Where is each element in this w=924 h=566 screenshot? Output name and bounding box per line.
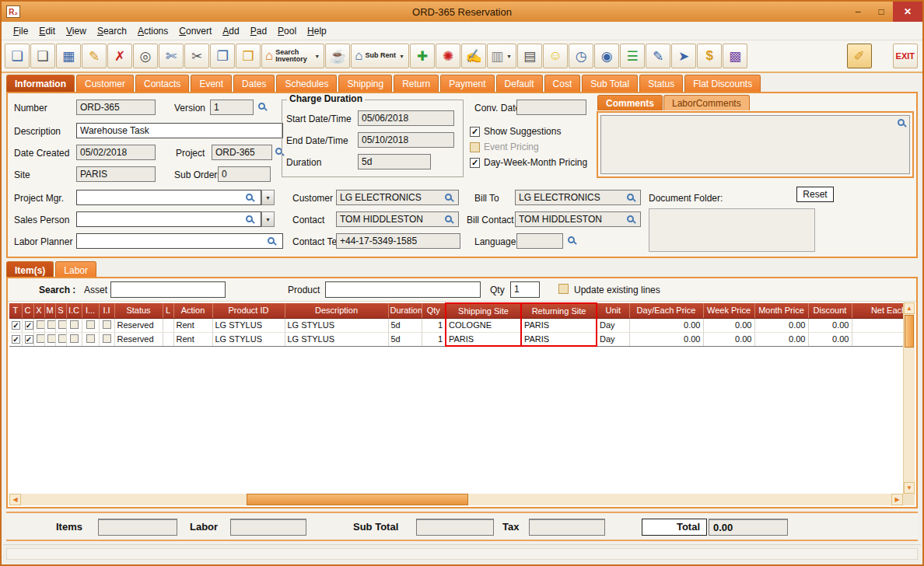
col-status[interactable]: Status xyxy=(114,303,163,318)
customer-field[interactable]: LG ELECTRONICS xyxy=(336,190,459,205)
row-checkbox[interactable] xyxy=(70,320,79,329)
edit-button[interactable]: ✎ xyxy=(82,44,107,68)
col-week-price[interactable]: Week Price xyxy=(703,303,754,318)
comments-search-icon[interactable] xyxy=(898,119,905,126)
col-i-dots[interactable]: I... xyxy=(82,303,99,318)
cell-week-price[interactable]: 0.00 xyxy=(703,332,754,346)
scroll-left-icon[interactable]: ◀ xyxy=(9,494,21,505)
labor-planner-search-icon[interactable] xyxy=(268,237,275,244)
horizontal-scroll-thumb[interactable] xyxy=(247,494,468,505)
add-item-button[interactable]: ✚ xyxy=(410,44,435,68)
notes-button[interactable]: ✎ xyxy=(646,44,670,68)
col-qty[interactable]: Qty xyxy=(422,303,446,318)
language-search-icon[interactable] xyxy=(568,236,575,243)
save-button[interactable]: ▦ xyxy=(56,44,81,68)
cell-product-id[interactable]: LG STYLUS xyxy=(212,332,285,346)
tab-information[interactable]: Information xyxy=(6,75,75,92)
menu-edit[interactable]: Edit xyxy=(33,23,61,39)
beer-button[interactable]: ☕ xyxy=(325,44,350,68)
document-folder-box[interactable] xyxy=(649,208,815,252)
cell-shipping-site[interactable]: PARIS xyxy=(446,332,521,346)
horizontal-scrollbar[interactable]: ◀ ▶ xyxy=(9,494,903,505)
menu-search[interactable]: Search xyxy=(92,23,132,39)
col-description[interactable]: Description xyxy=(285,303,388,318)
sub-rent-dropdown-icon[interactable]: ▾ xyxy=(398,53,405,60)
table-row[interactable]: ✓ ✓ Reserved Rent LG STYLUS LG STYLUS xyxy=(9,318,903,332)
tab-flat-discounts[interactable]: Flat Discounts xyxy=(684,75,761,92)
scroll-up-icon[interactable]: ▲ xyxy=(904,302,915,314)
col-ii[interactable]: I.I xyxy=(99,303,114,318)
cell-qty[interactable]: 1 xyxy=(422,332,446,346)
search-inventory-dropdown-icon[interactable]: ▾ xyxy=(313,53,320,60)
tab-contacts[interactable]: Contacts xyxy=(135,75,189,92)
project-mgr-field[interactable] xyxy=(76,190,261,205)
row-checkbox[interactable] xyxy=(103,334,111,343)
dwm-pricing-box[interactable]: ✓ xyxy=(470,158,480,168)
version-field[interactable]: 1 xyxy=(210,100,254,115)
bill-to-field[interactable]: LG ELECTRONICS xyxy=(515,190,641,205)
cell-description[interactable]: LG STYLUS xyxy=(285,318,388,332)
event-pricing-box[interactable] xyxy=(470,142,480,152)
col-day-each-price[interactable]: Day/Each Price xyxy=(629,303,703,318)
tab-shipping[interactable]: Shipping xyxy=(338,75,392,92)
menu-view[interactable]: View xyxy=(61,23,92,39)
catalog-button[interactable]: ☰ xyxy=(620,44,645,68)
col-duration[interactable]: Duration xyxy=(388,303,422,318)
dwm-pricing-checkbox[interactable]: ✓ Day-Week-Month Pricing xyxy=(470,157,587,168)
col-m[interactable]: M xyxy=(44,303,55,318)
vertical-scroll-thumb[interactable] xyxy=(905,315,914,348)
paste-button[interactable]: ❒ xyxy=(236,44,261,68)
row-checkbox[interactable] xyxy=(37,320,45,329)
duration-field[interactable]: 5d xyxy=(358,154,431,169)
col-x[interactable]: X xyxy=(33,303,44,318)
row-checkbox[interactable] xyxy=(58,320,67,329)
crew-button[interactable]: ☺ xyxy=(543,44,568,68)
new-document-button[interactable]: ❏ xyxy=(5,44,30,68)
col-c[interactable]: C xyxy=(22,303,33,318)
cell-duration[interactable]: 5d xyxy=(388,318,422,332)
col-net-each[interactable]: Net Each xyxy=(852,303,903,318)
row-checkbox[interactable]: ✓ xyxy=(12,335,20,344)
cell-l[interactable] xyxy=(163,332,173,346)
row-checkbox[interactable] xyxy=(86,334,95,343)
bill-contact-field[interactable]: TOM HIDDLESTON xyxy=(515,211,641,227)
bill-contact-search-icon[interactable] xyxy=(627,215,634,222)
cell-action[interactable]: Rent xyxy=(173,318,212,332)
end-date-field[interactable]: 05/10/2018 xyxy=(358,132,454,148)
tab-labor[interactable]: Labor xyxy=(55,261,96,278)
menu-file[interactable]: File xyxy=(8,23,33,39)
site-field[interactable]: PARIS xyxy=(76,166,156,182)
customer-search-icon[interactable] xyxy=(445,194,452,201)
menu-pool[interactable]: Pool xyxy=(272,23,302,39)
tab-payment[interactable]: Payment xyxy=(440,75,494,92)
labels-button[interactable]: ▥ ▾ xyxy=(487,44,516,68)
start-date-field[interactable]: 05/06/2018 xyxy=(358,110,454,126)
menu-help[interactable]: Help xyxy=(302,23,332,39)
sales-person-search-icon[interactable] xyxy=(246,215,253,222)
event-pricing-checkbox[interactable]: Event Pricing xyxy=(470,142,539,152)
row-checkbox[interactable] xyxy=(70,334,79,343)
tab-schedules[interactable]: Schedules xyxy=(276,75,337,92)
modules-button[interactable]: ▩ xyxy=(723,44,747,68)
tab-status[interactable]: Status xyxy=(639,75,683,92)
show-suggestions-box[interactable]: ✓ xyxy=(470,127,480,137)
cell-week-price[interactable]: 0.00 xyxy=(703,318,754,332)
delete-button[interactable]: ✗ xyxy=(107,44,132,68)
cut-button[interactable]: ✂ xyxy=(184,44,209,68)
project-mgr-search-icon[interactable] xyxy=(246,194,253,201)
sub-orders-field[interactable]: 0 xyxy=(218,166,271,182)
col-action[interactable]: Action xyxy=(173,303,212,318)
menu-pad[interactable]: Pad xyxy=(245,23,272,39)
menu-add[interactable]: Add xyxy=(217,23,244,39)
asset-input[interactable] xyxy=(110,281,226,298)
col-discount[interactable]: Discount xyxy=(808,303,852,318)
tab-cost[interactable]: Cost xyxy=(544,75,581,92)
copy-button[interactable]: ❐ xyxy=(210,44,235,68)
col-product-id[interactable]: Product ID xyxy=(212,303,285,318)
col-s[interactable]: S xyxy=(55,303,66,318)
contact-tel-field[interactable]: +44-17-5349-1585 xyxy=(336,233,460,249)
col-t[interactable]: T xyxy=(9,303,22,318)
contact-field[interactable]: TOM HIDDLESTON xyxy=(336,211,459,227)
update-existing-lines-checkbox[interactable] xyxy=(558,284,569,294)
col-month-price[interactable]: Month Price xyxy=(754,303,808,318)
